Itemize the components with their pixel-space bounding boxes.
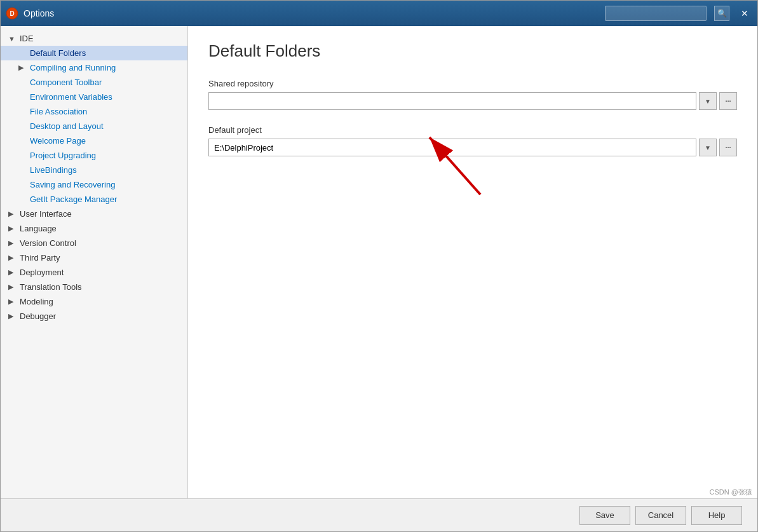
help-button[interactable]: Help — [691, 506, 742, 525]
spacer — [18, 137, 27, 145]
sidebar-item-label: IDE — [20, 34, 34, 43]
default-project-row: E:\DelphiProject ▼ ··· — [208, 139, 737, 156]
svg-text:D: D — [10, 10, 14, 17]
cancel-button[interactable]: Cancel — [635, 506, 686, 525]
shared-repository-input[interactable] — [208, 92, 696, 110]
sidebar-item-compiling-running[interactable]: ▶ Compiling and Running — [1, 60, 187, 75]
shared-repository-row: ▼ ··· — [208, 92, 737, 110]
footer: Save Cancel Help — [1, 498, 757, 531]
sidebar-item-third-party[interactable]: ▶ Third Party — [1, 250, 187, 265]
sidebar-item-label: Welcome Page — [30, 136, 86, 146]
titlebar-title: Options — [24, 8, 605, 18]
default-project-dropdown-btn[interactable]: ▼ — [699, 139, 717, 156]
sidebar-item-label: Modeling — [20, 297, 53, 306]
save-button[interactable]: Save — [579, 506, 630, 525]
default-project-group: Default project E:\DelphiProject ▼ ··· — [208, 125, 737, 156]
titlebar-search-icon[interactable]: 🔍 — [714, 6, 729, 21]
shared-repository-group: Shared repository ▼ ··· — [208, 79, 737, 110]
titlebar: D Options 🔍 ✕ — [1, 1, 757, 26]
titlebar-search-input[interactable] — [605, 6, 707, 21]
sidebar-item-label: Language — [20, 224, 57, 233]
sidebar-item-label: Third Party — [20, 253, 60, 263]
default-project-label: Default project — [208, 125, 737, 135]
content-area: ▼ IDE Default Folders ▶ Compiling and Ru… — [1, 26, 757, 498]
spacer — [18, 108, 27, 116]
sidebar-item-desktop-layout[interactable]: Desktop and Layout — [1, 119, 187, 133]
sidebar-item-welcome-page[interactable]: Welcome Page — [1, 133, 187, 148]
default-project-input[interactable]: E:\DelphiProject — [208, 139, 696, 156]
chevron-right-icon: ▶ — [8, 254, 17, 262]
options-window: D Options 🔍 ✕ ▼ IDE Default Folders ▶ Co… — [0, 0, 758, 532]
sidebar-item-label: File Association — [30, 107, 87, 116]
sidebar-item-file-association[interactable]: File Association — [1, 104, 187, 119]
sidebar-item-label: Translation Tools — [20, 282, 82, 292]
sidebar-item-language[interactable]: ▶ Language — [1, 221, 187, 236]
sidebar-item-label: Default Folders — [30, 48, 86, 58]
sidebar-item-version-control[interactable]: ▶ Version Control — [1, 236, 187, 250]
sidebar-item-getit-package[interactable]: GetIt Package Manager — [1, 192, 187, 207]
default-project-browse-btn[interactable]: ··· — [719, 139, 737, 156]
sidebar-item-debugger[interactable]: ▶ Debugger — [1, 309, 187, 324]
chevron-right-icon: ▶ — [8, 224, 17, 233]
sidebar-item-label: Debugger — [20, 311, 56, 321]
chevron-right-icon: ▶ — [8, 312, 17, 320]
chevron-right-icon: ▶ — [8, 210, 17, 218]
spacer — [18, 123, 27, 130]
sidebar-item-label: LiveBindings — [30, 165, 77, 175]
spacer — [18, 167, 27, 174]
spacer — [18, 181, 27, 189]
sidebar-item-environment-variables[interactable]: Environment Variables — [1, 90, 187, 104]
sidebar-item-label: Desktop and Layout — [30, 121, 104, 131]
sidebar-item-label: Project Upgrading — [30, 151, 96, 160]
sidebar: ▼ IDE Default Folders ▶ Compiling and Ru… — [1, 26, 188, 498]
sidebar-item-label: Saving and Recovering — [30, 180, 115, 189]
watermark: CSDN @张猿 — [710, 488, 752, 497]
sidebar-item-label: User Interface — [20, 209, 72, 219]
chevron-right-icon: ▶ — [8, 239, 17, 247]
sidebar-item-livebindings[interactable]: LiveBindings — [1, 163, 187, 177]
sidebar-item-modeling[interactable]: ▶ Modeling — [1, 294, 187, 309]
sidebar-item-label: Version Control — [20, 238, 76, 248]
spacer — [18, 79, 27, 86]
main-content: Default Folders Shared repository ▼ ··· … — [188, 26, 757, 498]
chevron-right-icon: ▶ — [8, 297, 17, 306]
sidebar-item-saving-recovering[interactable]: Saving and Recovering — [1, 177, 187, 192]
sidebar-item-ide[interactable]: ▼ IDE — [1, 31, 187, 46]
spacer — [18, 152, 27, 160]
chevron-right-icon: ▶ — [8, 283, 17, 291]
chevron-right-icon: ▶ — [8, 268, 17, 276]
default-project-value: E:\DelphiProject — [214, 143, 273, 153]
sidebar-item-label: Compiling and Running — [30, 63, 116, 72]
chevron-right-icon: ▶ — [18, 64, 27, 72]
spacer — [18, 93, 27, 101]
sidebar-item-user-interface[interactable]: ▶ User Interface — [1, 207, 187, 221]
spacer — [18, 196, 27, 203]
shared-repository-browse-btn[interactable]: ··· — [719, 92, 737, 110]
shared-repository-label: Shared repository — [208, 79, 737, 88]
sidebar-item-deployment[interactable]: ▶ Deployment — [1, 265, 187, 280]
sidebar-item-label: GetIt Package Manager — [30, 194, 117, 204]
sidebar-item-label: Deployment — [20, 268, 64, 277]
app-icon: D — [6, 7, 18, 20]
shared-repository-dropdown-btn[interactable]: ▼ — [699, 92, 717, 110]
sidebar-item-component-toolbar[interactable]: Component Toolbar — [1, 75, 187, 90]
sidebar-item-label: Component Toolbar — [30, 78, 102, 87]
sidebar-item-translation-tools[interactable]: ▶ Translation Tools — [1, 280, 187, 294]
chevron-down-icon: ▼ — [8, 35, 17, 43]
page-title: Default Folders — [208, 41, 737, 61]
sidebar-item-project-upgrading[interactable]: Project Upgrading — [1, 148, 187, 163]
spacer — [18, 50, 27, 57]
sidebar-item-default-folders[interactable]: Default Folders — [1, 46, 187, 60]
close-button[interactable]: ✕ — [737, 6, 752, 21]
sidebar-item-label: Environment Variables — [30, 92, 112, 102]
